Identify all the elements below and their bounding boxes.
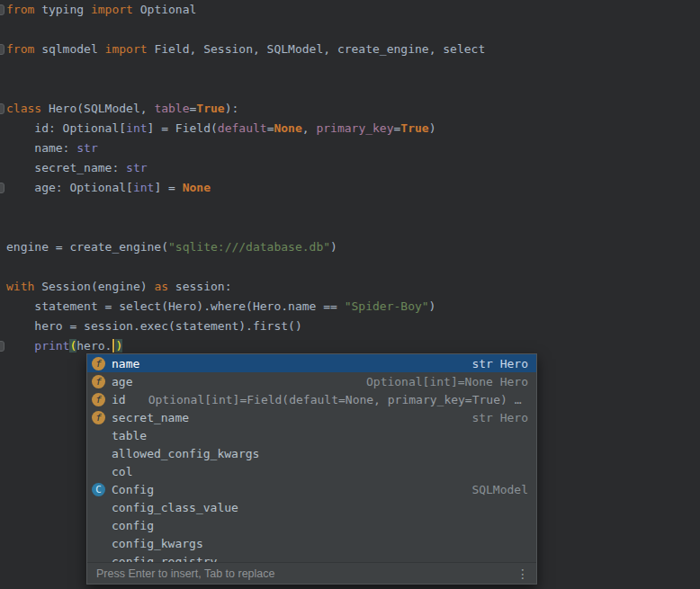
completion-label: Config — [112, 483, 154, 496]
code-token: True — [196, 102, 224, 115]
completion-type-tail: Optional[int]=None Hero — [366, 375, 528, 388]
code-line: name: str — [0, 138, 700, 158]
code-token: None — [183, 181, 211, 194]
completion-item[interactable]: fidOptional[int]=Field(default=None, pri… — [87, 390, 536, 408]
code-token: Session(engine) — [41, 280, 154, 293]
completion-type-tail: str Hero — [471, 357, 528, 370]
code-token: ] = Field( — [148, 121, 218, 135]
completion-item[interactable]: fsecret_namestr Hero — [87, 408, 536, 426]
code-token: import — [105, 42, 155, 56]
completion-label: age — [112, 375, 132, 388]
no-icon — [92, 519, 105, 532]
field-icon: f — [92, 375, 105, 388]
code-line: statement = select(Hero).where(Hero.name… — [0, 297, 700, 317]
code-token: ): — [225, 102, 239, 115]
code-line: age: Optional[int] = None — [0, 178, 700, 198]
code-token: Optional — [140, 3, 197, 16]
completion-label: allowed_config_kwargs — [112, 447, 259, 460]
completion-item[interactable]: CConfigSQLModel — [87, 480, 536, 498]
code-token: from — [6, 42, 41, 56]
code-token: default — [218, 121, 267, 135]
code-area[interactable]: from typing import Optionalfrom sqlmodel… — [0, 0, 700, 356]
completion-type-tail: SQLModel — [471, 483, 528, 496]
code-token: secret_name: — [6, 161, 126, 174]
code-line: secret_name: str — [0, 158, 700, 178]
completion-item[interactable]: config_kwargs — [87, 534, 536, 552]
code-token: import — [91, 3, 140, 16]
completion-type-tail: str Hero — [471, 411, 528, 424]
code-line: from sqlmodel import Field, Session, SQL… — [0, 40, 700, 59]
code-token: as — [154, 280, 175, 293]
no-icon — [92, 447, 105, 460]
code-line: class Hero(SQLModel, table=True): — [0, 99, 700, 119]
gutter-fold-icon[interactable] — [0, 183, 4, 193]
code-line: hero = session.exec(statement).first() — [0, 317, 700, 336]
completion-label: table — [112, 429, 147, 442]
code-token: str — [126, 161, 147, 174]
code-token: Hero(SQLModel, — [49, 102, 154, 115]
kebab-menu-icon[interactable]: ⋮ — [516, 567, 529, 580]
code-token: name: — [6, 141, 76, 155]
code-token — [6, 339, 34, 353]
no-icon — [92, 465, 105, 478]
completion-hint: Press Enter to insert, Tab to replace — [96, 567, 274, 580]
completion-signature: Optional[int]=Field(default=None, primar… — [148, 393, 522, 406]
code-token: True — [400, 121, 428, 135]
completion-item[interactable]: config — [87, 516, 536, 534]
code-token: None — [274, 121, 301, 135]
code-token: int — [133, 181, 154, 194]
gutter-fold-icon[interactable] — [0, 44, 4, 55]
completion-label: config_class_value — [112, 501, 238, 514]
class-icon: C — [92, 483, 105, 496]
code-token: , — [302, 121, 317, 135]
code-line: with Session(engine) as session: — [0, 277, 700, 297]
field-icon: f — [92, 411, 105, 424]
code-line — [0, 257, 700, 277]
code-token: statement = select(Hero).where(Hero.name… — [6, 299, 345, 313]
no-icon — [92, 429, 105, 442]
completion-label: config — [112, 519, 154, 532]
code-editor[interactable]: from typing import Optionalfrom sqlmodel… — [0, 0, 700, 589]
field-icon: f — [92, 357, 105, 370]
code-token: ] = — [154, 181, 182, 194]
code-token: str — [76, 141, 97, 155]
gutter-fold-icon[interactable] — [0, 4, 4, 15]
code-token: hero. — [76, 339, 112, 353]
completion-label: name — [112, 357, 139, 370]
code-token: int — [126, 121, 147, 135]
completion-footer: Press Enter to insert, Tab to replace ⋮ — [87, 562, 536, 584]
code-token: with — [6, 280, 41, 293]
completion-item[interactable]: config_class_value — [87, 498, 536, 516]
code-token: primary_key — [316, 121, 393, 135]
code-line — [0, 59, 700, 79]
completion-item[interactable]: fageOptional[int]=None Hero — [87, 372, 536, 390]
code-token: ) — [115, 339, 122, 353]
completion-popup: fnamestr HerofageOptional[int]=None Hero… — [86, 353, 537, 585]
code-token: ) — [330, 240, 337, 254]
gutter-fold-icon[interactable] — [0, 341, 4, 352]
code-token: session: — [175, 280, 232, 293]
code-line: engine = create_engine("sqlite:///databa… — [0, 237, 700, 257]
completion-label: id — [112, 393, 126, 406]
code-token: Field, Session, SQLModel, create_engine,… — [154, 42, 485, 56]
completion-list: fnamestr HerofageOptional[int]=None Hero… — [87, 354, 536, 562]
code-token: print — [34, 339, 69, 353]
code-token: "sqlite:///database.db" — [168, 240, 330, 254]
code-line — [0, 79, 700, 99]
code-token: "Spider-Boy" — [345, 299, 429, 313]
code-line: id: Optional[int] = Field(default=None, … — [0, 119, 700, 138]
completion-item[interactable]: config_registry — [87, 552, 536, 562]
completion-item[interactable]: table — [87, 426, 536, 444]
completion-item[interactable]: allowed_config_kwargs — [87, 444, 536, 462]
gutter-fold-icon[interactable] — [0, 103, 4, 114]
code-token: from — [6, 3, 41, 16]
code-token: ) — [429, 299, 436, 313]
code-token: engine = create_engine( — [6, 240, 168, 254]
completion-item[interactable]: fnamestr Hero — [87, 354, 536, 372]
code-token: ) — [429, 121, 436, 135]
code-token: table — [154, 102, 189, 115]
code-token: id: Optional[ — [6, 121, 126, 135]
completion-item[interactable]: col — [87, 462, 536, 480]
no-icon — [92, 501, 105, 514]
code-token: sqlmodel — [41, 42, 104, 56]
